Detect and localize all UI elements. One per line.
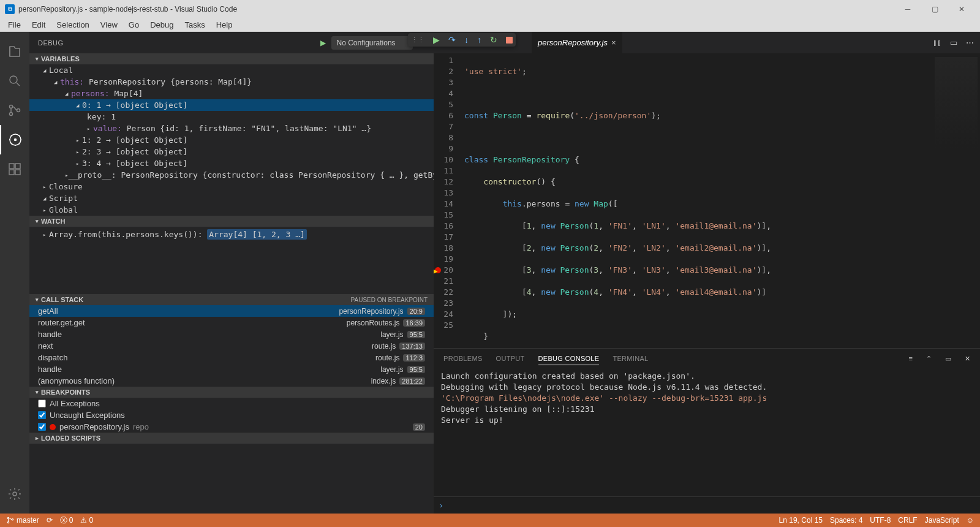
- menu-view[interactable]: View: [95, 19, 123, 31]
- callstack-list[interactable]: getAllpersonRepository.js20:9 router.get…: [29, 305, 434, 387]
- stop-button[interactable]: [506, 37, 513, 44]
- svg-point-5: [15, 139, 17, 141]
- debug-toolbar[interactable]: ⋮⋮ ▶ ↷ ↓ ↑ ↻: [408, 33, 516, 47]
- stack-frame: getAllpersonRepository.js20:9: [29, 305, 434, 317]
- feedback-icon[interactable]: ☺: [967, 516, 974, 525]
- status-errors[interactable]: ⓧ 0: [60, 515, 74, 526]
- svg-point-3: [17, 109, 20, 112]
- line-gutter[interactable]: 12345678910111213141516171819 ▶20 212223…: [434, 53, 464, 348]
- status-bar: master ⟳ ⓧ 0 ⚠ 0 Ln 19, Col 15 Spaces: 4…: [0, 514, 980, 527]
- extensions-icon[interactable]: [0, 154, 29, 184]
- indent-spaces[interactable]: Spaces: 4: [830, 516, 862, 525]
- svg-rect-8: [9, 170, 14, 175]
- encoding[interactable]: UTF-8: [870, 516, 891, 525]
- stack-frame: nextroute.js137:13: [29, 340, 434, 352]
- debug-icon[interactable]: [0, 125, 29, 154]
- menu-edit[interactable]: Edit: [26, 19, 51, 31]
- editor-tab[interactable]: personRepository.js ×: [532, 32, 622, 53]
- svg-point-12: [7, 521, 9, 523]
- split-editor-icon[interactable]: ⫿⫿: [933, 38, 941, 47]
- panel-tab-output[interactable]: OUTPUT: [496, 352, 525, 365]
- svg-point-13: [12, 519, 13, 520]
- debug-title: DEBUG: [38, 39, 64, 47]
- status-warnings[interactable]: ⚠ 0: [80, 516, 93, 525]
- restart-button[interactable]: ↻: [490, 35, 497, 45]
- menu-tasks[interactable]: Tasks: [179, 19, 210, 31]
- debug-console-output[interactable]: Launch configuration created based on 'p…: [434, 368, 980, 496]
- svg-point-10: [13, 492, 17, 496]
- editor-tab-bar: ⋮⋮ ▶ ↷ ↓ ↑ ↻ personRepository.js × ⫿⫿ ▭ …: [434, 32, 980, 53]
- menu-selection[interactable]: Selection: [51, 19, 94, 31]
- panel-tab-terminal[interactable]: TERMINAL: [612, 352, 648, 365]
- callstack-section-header[interactable]: ▾CALL STACKPAUSED ON BREAKPOINT: [29, 294, 434, 305]
- svg-point-2: [10, 113, 13, 116]
- stack-frame: (anonymous function)index.js281:22: [29, 375, 434, 387]
- bp-uncaught-checkbox[interactable]: [38, 411, 46, 419]
- minimize-button[interactable]: ─: [894, 0, 921, 18]
- git-branch[interactable]: master: [6, 516, 39, 525]
- debug-sidebar: DEBUG ▶ No Configurations ⚙ ▾VARIABLES ◢…: [29, 32, 434, 514]
- breakpoint-dot-icon: [50, 424, 56, 430]
- menu-file[interactable]: File: [2, 19, 26, 31]
- eol[interactable]: CRLF: [898, 516, 917, 525]
- debug-console-input[interactable]: ›: [434, 496, 980, 514]
- cursor-position[interactable]: Ln 19, Col 15: [779, 516, 823, 525]
- minimap[interactable]: [925, 53, 980, 348]
- panel-close-icon[interactable]: ✕: [965, 355, 970, 363]
- svg-rect-7: [15, 164, 20, 169]
- more-actions-icon[interactable]: ⋯: [966, 38, 974, 47]
- variables-tree[interactable]: ◢Local ◢this: PersonRepository {persons:…: [29, 64, 434, 216]
- stack-frame: router.get.getpersonRoutes.js16:39: [29, 317, 434, 328]
- breakpoints-list[interactable]: All Exceptions Uncaught Exceptions perso…: [29, 398, 434, 433]
- panel-maximize-icon[interactable]: ▭: [945, 355, 951, 363]
- toggle-layout-icon[interactable]: ▭: [950, 38, 957, 47]
- menu-go[interactable]: Go: [123, 19, 145, 31]
- debug-config-select[interactable]: No Configurations: [331, 36, 413, 50]
- drag-grip-icon[interactable]: ⋮⋮: [411, 36, 424, 44]
- editor-area: ⋮⋮ ▶ ↷ ↓ ↑ ↻ personRepository.js × ⫿⫿ ▭ …: [434, 32, 980, 514]
- bp-all-exceptions-checkbox[interactable]: [38, 400, 46, 408]
- sync-icon[interactable]: ⟳: [47, 516, 53, 525]
- loaded-scripts-header[interactable]: ▸LOADED SCRIPTS: [29, 433, 434, 444]
- step-over-button[interactable]: ↷: [448, 35, 456, 45]
- variables-section-header[interactable]: ▾VARIABLES: [29, 53, 434, 64]
- maximize-button[interactable]: ▢: [921, 0, 948, 18]
- watch-list[interactable]: ▸Array.from(this.persons.keys()): Array[…: [29, 227, 434, 294]
- source-control-icon[interactable]: [0, 96, 29, 125]
- close-window-button[interactable]: ✕: [948, 0, 975, 18]
- menu-debug[interactable]: Debug: [145, 19, 179, 31]
- panel-tab-problems[interactable]: PROBLEMS: [443, 352, 483, 365]
- explorer-icon[interactable]: [0, 37, 29, 66]
- breakpoints-section-header[interactable]: ▾BREAKPOINTS: [29, 387, 434, 398]
- stack-frame: handlelayer.js95:5: [29, 328, 434, 340]
- tab-label: personRepository.js: [538, 38, 608, 47]
- vscode-icon: ⧉: [5, 4, 15, 14]
- step-into-button[interactable]: ↓: [464, 35, 469, 45]
- settings-gear-icon[interactable]: [0, 479, 29, 509]
- menu-help[interactable]: Help: [211, 19, 238, 31]
- svg-point-1: [10, 105, 13, 108]
- svg-rect-6: [9, 164, 14, 169]
- stack-frame: handlelayer.js95:5: [29, 363, 434, 375]
- code-editor[interactable]: 'use strict'; const Person = require('..…: [464, 53, 925, 348]
- panel-filter-icon[interactable]: ≡: [909, 355, 913, 362]
- title-bar: ⧉ personRepository.js - sample-nodejs-re…: [0, 0, 980, 18]
- bp-file-checkbox[interactable]: [38, 423, 46, 431]
- window-title: personRepository.js - sample-nodejs-rest…: [18, 5, 237, 13]
- watch-section-header[interactable]: ▾WATCH: [29, 216, 434, 227]
- start-debug-icon[interactable]: ▶: [320, 39, 326, 47]
- svg-point-11: [7, 517, 9, 518]
- language-mode[interactable]: JavaScript: [925, 516, 959, 525]
- close-tab-icon[interactable]: ×: [611, 38, 616, 47]
- activity-bar: [0, 32, 29, 514]
- continue-button[interactable]: ▶: [433, 35, 440, 45]
- step-out-button[interactable]: ↑: [477, 35, 481, 45]
- panel-collapse-icon[interactable]: ⌃: [926, 355, 932, 363]
- search-icon[interactable]: [0, 66, 29, 96]
- stack-frame: dispatchroute.js112:3: [29, 352, 434, 363]
- bottom-panel: PROBLEMS OUTPUT DEBUG CONSOLE TERMINAL ≡…: [434, 348, 980, 514]
- svg-point-0: [10, 76, 17, 83]
- svg-rect-9: [15, 170, 20, 175]
- panel-tab-debug-console[interactable]: DEBUG CONSOLE: [538, 352, 600, 365]
- menu-bar: File Edit Selection View Go Debug Tasks …: [0, 18, 980, 32]
